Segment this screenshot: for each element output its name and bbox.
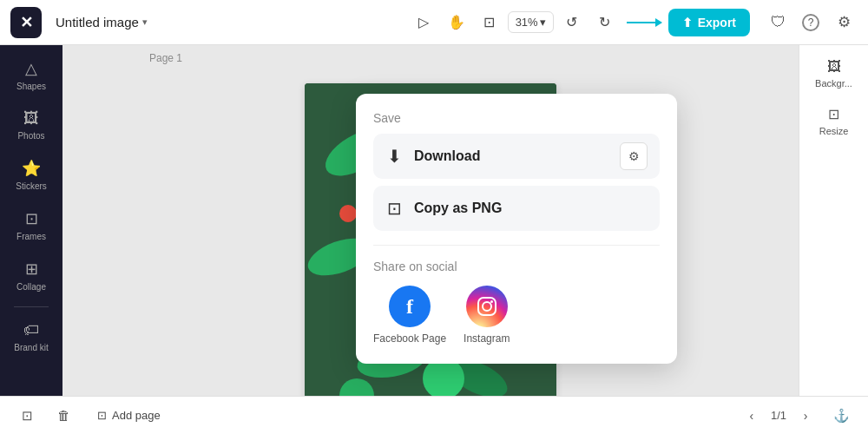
sidebar-item-photos[interactable]: 🖼 Photos [5,102,57,148]
left-sidebar: △ Shapes 🖼 Photos ⭐ Stickers ⊡ Frames ⊞ … [0,45,62,396]
sidebar-brand-kit-label: Brand kit [14,343,48,353]
add-page-button[interactable]: ⊡ Add page [87,404,171,427]
right-icons-group: 🛡 ? ⚙ [764,9,858,36]
copy-png-label: Copy as PNG [414,201,502,216]
undo-icon: ↺ [566,14,577,30]
background-label: Backgr... [815,78,852,89]
document-title: Untitled image [56,15,139,30]
download-settings-button[interactable]: ⚙ [620,142,648,170]
anchor-button[interactable]: ⚓ [828,403,854,429]
photos-icon: 🖼 [23,109,39,128]
facebook-icon: f [389,286,431,327]
frames-icon: ⊡ [25,209,38,228]
export-upload-icon: ⬆ [682,16,693,30]
sidebar-frames-label: Frames [16,232,46,242]
next-page-button[interactable]: › [793,404,818,428]
sidebar-divider [14,306,49,307]
hand-tool-button[interactable]: ✋ [442,8,471,37]
instagram-icon [466,286,508,327]
help-icon: ? [802,14,819,31]
page-info-text: 1/1 [771,409,786,422]
page-label: Page 1 [149,52,182,64]
export-button[interactable]: ⬆ Export [668,9,750,36]
copy-png-option[interactable]: ⊡ Copy as PNG [373,186,660,231]
zoom-level-text: 31% [516,16,538,29]
zoom-chevron-icon: ▾ [540,16,546,29]
hand-tool-icon: ✋ [448,14,465,30]
main-area: △ Shapes 🖼 Photos ⭐ Stickers ⊡ Frames ⊞ … [0,45,868,396]
frame-tool-button[interactable]: ⊡ [475,8,504,37]
select-tool-button[interactable]: ▷ [409,8,438,37]
top-toolbar: ✕ Untitled image ▾ ▷ ✋ ⊡ 31% ▾ ↺ ↻ ⬆ Exp… [0,0,868,45]
settings-button[interactable]: ⚙ [830,9,858,36]
export-arrow-indicator [627,22,661,23]
download-label: Download [414,148,480,164]
svg-rect-32 [478,298,496,315]
redo-icon: ↻ [599,14,610,30]
save-section-label: Save [373,111,660,125]
shield-icon: 🛡 [771,14,786,31]
anchor-icon: ⚓ [833,408,850,424]
logo-icon: ✕ [20,13,33,32]
settings-sliders-icon: ⚙ [628,149,640,163]
download-icon: ⬇ [387,146,402,167]
sidebar-shapes-label: Shapes [16,82,46,92]
title-area[interactable]: Untitled image ▾ [56,15,148,30]
svg-point-33 [483,302,491,311]
right-panel: 🖼 Backgr... ⊡ Resize [799,45,868,396]
delete-icon: 🗑 [57,408,70,423]
sidebar-photos-label: Photos [17,131,44,141]
sidebar-item-stickers[interactable]: ⭐ Stickers [5,152,57,199]
select-tool-icon: ▷ [418,14,429,30]
copy-png-icon: ⊡ [387,198,402,219]
page-navigation: ‹ 1/1 › [740,404,818,428]
share-section-label: Share on social [373,260,660,273]
sidebar-item-frames[interactable]: ⊡ Frames [5,202,57,249]
social-instagram-item[interactable]: Instagram [464,286,510,346]
logo-button[interactable]: ✕ [10,7,42,38]
frame-tool-icon: ⊡ [483,14,495,30]
export-label: Export [698,16,736,30]
stickers-icon: ⭐ [22,159,41,178]
canvas-area: Page 1 [62,45,799,396]
settings-icon: ⚙ [838,13,851,31]
social-icons-row: f Facebook Page Instagram [373,286,660,346]
social-facebook-item[interactable]: f Facebook Page [373,286,446,346]
background-icon: 🖼 [827,59,841,75]
resize-label: Resize [819,126,849,136]
right-panel-resize[interactable]: ⊡ Resize [806,99,862,143]
copy-icon: ⊡ [22,408,33,424]
sidebar-item-shapes[interactable]: △ Shapes [5,52,57,99]
shield-button[interactable]: 🛡 [764,9,792,36]
sidebar-item-collage[interactable]: ⊞ Collage [5,253,57,299]
bottom-bar: ⊡ 🗑 ⊡ Add page ‹ 1/1 › ⚓ [0,396,868,434]
add-page-label: Add page [112,409,161,422]
redo-button[interactable]: ↻ [590,8,620,37]
toolbar-tools: ▷ ✋ ⊡ 31% ▾ ↺ ↻ [409,8,620,37]
zoom-control[interactable]: 31% ▾ [508,11,554,33]
help-button[interactable]: ? [797,9,825,36]
title-chevron-icon: ▾ [142,16,148,28]
collage-icon: ⊞ [25,260,38,279]
copy-button[interactable]: ⊡ [14,403,40,429]
add-page-icon: ⊡ [97,409,107,422]
svg-point-34 [490,300,493,303]
prev-page-icon: ‹ [750,409,754,423]
popup-divider [373,245,660,246]
undo-button[interactable]: ↺ [557,8,587,37]
export-popup: Save ⬇ Download ⚙ ⊡ Copy as PNG Share on… [356,94,677,364]
sidebar-item-brand-kit[interactable]: 🏷 Brand kit [5,314,57,360]
delete-button[interactable]: 🗑 [50,403,76,429]
resize-icon: ⊡ [828,106,839,122]
prev-page-button[interactable]: ‹ [740,404,764,428]
svg-point-16 [339,205,357,222]
facebook-label: Facebook Page [373,332,446,346]
shapes-icon: △ [25,59,37,78]
brand-kit-icon: 🏷 [23,321,39,339]
instagram-label: Instagram [464,332,510,346]
sidebar-collage-label: Collage [16,282,46,293]
next-page-icon: › [804,409,808,423]
sidebar-stickers-label: Stickers [16,181,47,192]
right-panel-background[interactable]: 🖼 Backgr... [806,52,862,95]
download-option[interactable]: ⬇ Download ⚙ [373,134,660,179]
